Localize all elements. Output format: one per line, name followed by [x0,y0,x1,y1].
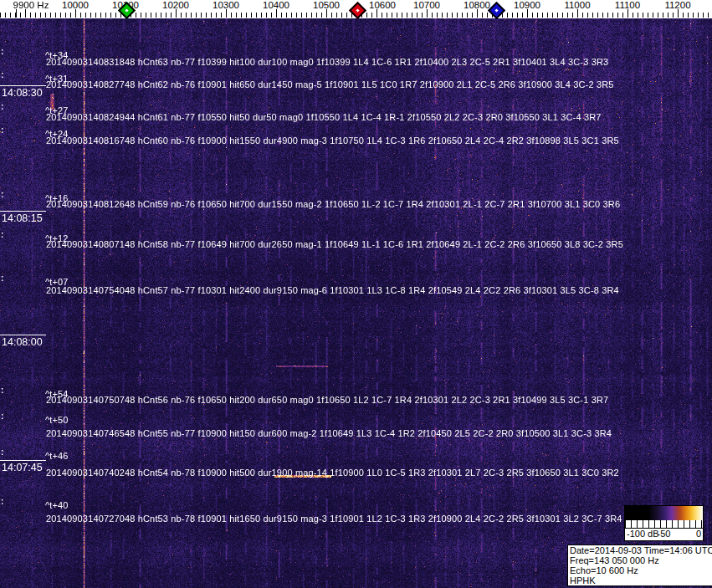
event-data-text: 20140903140746548 hCnt55 nb-77 f10900 hi… [46,428,612,438]
info-frequency: Freq=143 050 000 Hz [570,555,710,565]
event-edge-mark: : [1,125,3,135]
marker-center-dot [125,8,128,12]
info-date-time: Date=2014-09-03 Time=14:06 UTC [570,545,710,555]
time-label: 14:08:30 [2,87,43,99]
event-data-text: 20140903140816748 hCnt60 nb-76 f10900 hi… [46,135,619,146]
event-data-text: 20140903140827748 hCnt62 nb-76 f10901 hi… [46,79,614,89]
event-time-tag: ^t+46 [45,451,69,461]
event-data-text: 20140903140754048 hCnt57 nb-77 f10301 hi… [46,285,619,295]
time-label: 14:08:00 [2,336,43,348]
event-edge-mark: : [1,412,3,421]
db-scale-legend: -100 dB -50 0 [624,505,704,541]
event-edge-mark: : [1,102,3,111]
freq-tick-label: 11200 [664,0,690,10]
event-data-text: 20140903140740248 hCnt54 nb-78 f10900 hi… [46,468,619,478]
marker-center-dot [494,8,498,12]
db-mid-label: -50 [658,529,671,539]
db-max-label: 0 [696,529,701,539]
event-data-text: 20140903140831848 hCnt63 nb-77 f10399 hi… [46,57,608,67]
freq-tick-label: 10600 [369,0,396,10]
freq-tick-label: 10300 [213,0,239,10]
event-time-tag: ^t+40 [45,500,69,510]
spectrogram-app-window: 9900 Hz100001010010200103001040010500106… [0,0,712,588]
event-data-text: 20140903140727048 hCnt53 nb-78 f10901 hi… [46,514,622,524]
event-edge-mark: : [1,447,3,457]
time-label: 14:07:45 [2,462,43,473]
event-data-text: 20140903140807148 hCnt58 nb-77 f10649 hi… [46,239,623,249]
freq-tick-label: 10900 [514,0,540,10]
event-data-text: 20140903140812648 hCnt59 nb-76 f10650 hi… [46,199,620,209]
db-min-label: -100 dB [627,529,659,539]
spectrogram-waterfall [0,18,712,588]
event-edge-mark: : [1,70,3,79]
info-box: Date=2014-09-03 Time=14:06 UTC Freq=143 … [567,545,712,586]
freq-tick-label: 10200 [162,0,189,10]
event-data-text: 20140903140750748 hCnt56 nb-76 f10650 hi… [46,395,608,405]
time-tick-line [0,211,46,212]
freq-tick-label: 11100 [615,0,640,10]
time-tick-line [0,335,46,335]
db-gradient-bar [625,506,703,520]
time-label: 14:08:15 [2,212,43,224]
time-tick-line [0,460,46,461]
event-edge-mark: : [1,386,3,395]
freq-tick-label: 10500 [313,0,340,10]
event-edge-mark: : [1,47,3,56]
freq-tick-label: 11000 [564,0,590,10]
event-edge-mark: : [1,190,3,199]
event-edge-mark: : [1,497,3,506]
marker-center-dot [356,8,359,12]
freq-tick-label: 9900 Hz [13,0,49,10]
event-edge-mark: : [1,230,3,239]
freq-tick-label: 10400 [263,0,289,10]
info-echo: Echo=10 600 Hz [570,565,710,575]
db-scale-ticks [625,520,703,529]
event-data-text: 20140903140824944 hCnt61 nb-77 f10550 hi… [46,112,602,122]
event-edge-mark: : [1,274,3,283]
time-tick-line [0,85,46,86]
db-scale-labels: -100 dB -50 0 [625,529,703,540]
freq-tick-label: 10000 [62,0,89,10]
freq-tick-label: 10700 [413,0,440,10]
frequency-ruler: 9900 Hz100001010010200103001040010500106… [0,0,712,18]
freq-tick-label: 10800 [464,0,490,10]
event-time-tag: ^t+50 [45,415,69,425]
info-station: HPHK [570,575,710,585]
